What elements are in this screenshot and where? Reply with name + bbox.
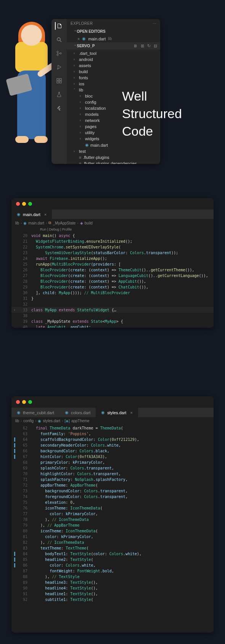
close-icon[interactable]: × (44, 212, 47, 217)
code-line: 80 iconTheme: IconThemeData( (11, 528, 214, 534)
tree-item[interactable]: ›fonts (67, 75, 160, 81)
tab[interactable]: ◉theme_cubit.dart (11, 408, 59, 417)
search-icon[interactable] (55, 36, 63, 43)
refresh-icon[interactable]: ↻ (147, 43, 151, 48)
breadcrumb[interactable]: lib› ◉main.dart› ⧉_MyAppState› ◈build (11, 219, 214, 227)
code-editor[interactable]: 20void main() async {21 WidgetsFlutterBi… (11, 232, 214, 328)
code-line: 68 primaryColor: kPrimaryColor, (11, 460, 214, 465)
code-line: 22 SystemChrome.setSystemUIOverlayStyle( (11, 244, 214, 250)
svg-line-1 (60, 40, 61, 42)
files-icon[interactable] (55, 22, 63, 30)
code-line: 77 color: kPrimaryColor, (11, 511, 214, 517)
window-controls (11, 396, 214, 408)
code-line: 67 hintColor: Color(0xffA3A3A3), (11, 454, 214, 460)
open-editors-section[interactable]: ˅ OPEN EDITORS (67, 28, 160, 35)
new-folder-icon[interactable]: ⊞ (141, 43, 144, 48)
collapse-icon[interactable]: ⊟ (154, 43, 157, 48)
code-line: 73 backgroundColor: Colors.transparent, (11, 488, 214, 494)
run-bar[interactable]: Run | Debug | Profile (11, 227, 214, 232)
more-icon[interactable]: ⋯ (153, 21, 157, 26)
code-line: 40 late AppCubit _appCubit; (11, 324, 214, 328)
code-line: 26 BlocProvider(create: (context) => The… (11, 267, 214, 273)
code-line: 21 WidgetsFlutterBinding.ensureInitializ… (11, 239, 214, 244)
code-line: 62 final ThemeData darkTheme = ThemeData… (11, 425, 214, 431)
code-line: 69 splashColor: Colors.transparent, (11, 465, 214, 471)
root-folder-row[interactable]: ˅ SERVO_P 🗎 ⊞ ↻ ⊟ (67, 42, 160, 50)
code-line: 89 headline3: TextStyle(), (11, 580, 214, 585)
code-line: 27 BlocProvider(create: (context) => Lan… (11, 273, 214, 279)
code-line: 75 elevation: 0, (11, 500, 214, 505)
code-line: 82 ), // IconThemeData (11, 540, 214, 545)
code-line: 79 ), // AppBarTheme (11, 522, 214, 528)
code-line: 39class _MyAppState extends State<MyApp>… (11, 319, 214, 324)
code-line: 38 (11, 313, 214, 319)
svg-point-2 (57, 51, 58, 53)
svg-rect-6 (57, 78, 59, 80)
code-line: 66 backgroundColor: Colors.black, (11, 448, 214, 454)
tab[interactable]: ◉styles.dart× (96, 408, 138, 417)
explorer-title: EXPLORER (71, 21, 93, 26)
code-window-main: ◉ main.dart × lib› ◉main.dart› ⧉_MyAppSt… (11, 198, 214, 328)
svg-rect-9 (59, 81, 61, 83)
tree-item[interactable]: ≡.flutter-plugins-dependencies (67, 160, 160, 164)
minimize-dot[interactable] (22, 202, 26, 206)
tree-item[interactable]: ›android (67, 56, 160, 62)
open-file-name: main.dart (88, 37, 106, 41)
code-line: 87 fontWeight: FontWeight.bold, (11, 568, 214, 574)
code-line: ›33class MyApp extends StatefulWidget {… (11, 307, 214, 313)
code-line: 28 BlocProvider(create: (context) => App… (11, 279, 214, 284)
code-line: 81 color: kPrimaryColor, (11, 534, 214, 540)
code-line: 25 runApp(MultiBlocProvider(providers: [ (11, 261, 214, 267)
tab-main-dart[interactable]: ◉ main.dart × (11, 210, 52, 219)
close-icon[interactable]: × (130, 410, 132, 415)
minimize-dot[interactable] (22, 400, 26, 404)
tree-item[interactable]: ›test (67, 148, 160, 154)
code-line: 20void main() async { (11, 233, 214, 239)
close-dot[interactable] (16, 400, 20, 404)
flask-icon[interactable] (55, 91, 63, 98)
editor-tabs: ◉theme_cubit.dart◉colors.dart◉styles.dar… (11, 408, 214, 417)
tree-item[interactable]: ›.dart_tool (67, 50, 160, 56)
code-line: 23 SystemUiOverlayStyle(statusBarColor: … (11, 250, 214, 256)
svg-rect-7 (59, 78, 61, 80)
code-line: 30 ], child: MyApp())); // MultiBlocProv… (11, 290, 214, 296)
maximize-dot[interactable] (28, 202, 32, 206)
debug-icon[interactable] (55, 63, 63, 71)
tree-item[interactable]: ›assets (67, 62, 160, 69)
extensions-icon[interactable] (55, 77, 63, 85)
code-line: 83 textTheme: TextTheme( (11, 545, 214, 551)
tree-item[interactable]: ›ios (67, 81, 160, 87)
code-line: 90 headline4: TextStyle(), (11, 585, 214, 591)
explorer-header: EXPLORER ⋯ (67, 19, 160, 28)
tree-item[interactable]: ≡.flutter-plugins (67, 154, 160, 160)
code-line: 63 fontFamily: 'Poppins', (11, 431, 214, 437)
maximize-dot[interactable] (28, 400, 32, 404)
code-line: 88 ), // TextStyle (11, 574, 214, 580)
open-file-item[interactable]: × ◉ main.dart lib (67, 35, 160, 42)
tree-item[interactable]: ◉main.dart (67, 142, 160, 148)
code-line: 74 foregroundColor: Colors.transparent, (11, 494, 214, 500)
svg-point-3 (57, 54, 58, 56)
code-line: 70 highlightColor: Colors.transparent, (11, 471, 214, 477)
close-dot[interactable] (16, 202, 20, 206)
code-line: 32 (11, 301, 214, 307)
code-line: 31} (11, 296, 214, 301)
svg-point-4 (60, 53, 61, 54)
code-editor[interactable]: 62 final ThemeData darkTheme = ThemeData… (11, 425, 214, 603)
code-line: 85 headline2: TextStyle( (11, 557, 214, 562)
tree-item[interactable]: ›build (67, 69, 160, 75)
tab[interactable]: ◉colors.dart (59, 408, 96, 417)
window-controls (11, 198, 214, 210)
activity-bar (51, 19, 67, 164)
flutter-icon[interactable] (55, 104, 63, 112)
code-line: 29 BlocProvider(create: (context) => Cha… (11, 284, 214, 290)
close-icon[interactable]: × (77, 37, 80, 41)
code-line: 84 bodyText1: TextStyle(color: Colors.wh… (11, 551, 214, 557)
breadcrumb[interactable]: lib› config› ◉styles.dart› [◈]appTheme (11, 417, 214, 425)
code-line: 71 splashFactory: NoSplash.splashFactory… (11, 477, 214, 482)
source-control-icon[interactable] (55, 50, 63, 57)
code-line: 86 color: Colors.white, (11, 562, 214, 568)
open-file-folder: lib (108, 37, 112, 41)
new-file-icon[interactable]: 🗎 (133, 43, 138, 48)
code-line: 78 ), // IconThemeData (11, 517, 214, 522)
